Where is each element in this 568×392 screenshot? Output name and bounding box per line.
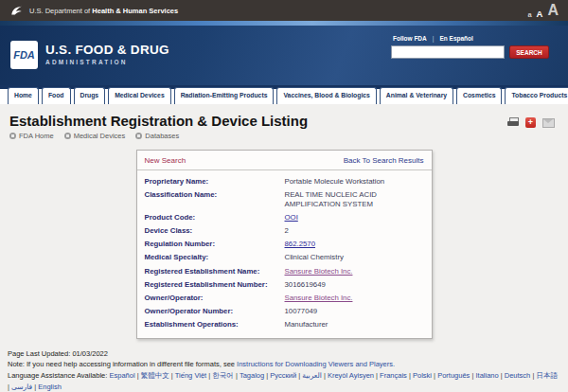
language-link[interactable]: English — [38, 383, 62, 391]
detail-row: Owner/Operator Number: 10077049 — [145, 305, 424, 318]
language-item-wrap: Deutsch | — [505, 371, 537, 380]
fda-wordmark: U.S. FOOD & DRUG ADMINISTRATION — [45, 43, 169, 65]
breadcrumb-item[interactable]: Medical Devices — [64, 132, 126, 140]
breadcrumb-label: FDA Home — [19, 132, 54, 140]
detail-row: Registered Establishment Number: 3016619… — [145, 278, 424, 292]
font-size-controls: aAA — [527, 2, 559, 19]
fda-logo[interactable]: FDA — [10, 41, 38, 69]
page-footer-notes: Page Last Updated: 01/03/2022 Note: If y… — [0, 339, 568, 392]
breadcrumb-bullet-icon — [9, 133, 16, 139]
nav-tab[interactable]: Food — [42, 87, 71, 104]
detail-label: Regulation Number: — [145, 238, 285, 251]
breadcrumb-item[interactable]: Databases — [135, 132, 179, 140]
detail-value: 10077049 — [285, 305, 424, 318]
follow-fda-link[interactable]: Follow FDA — [393, 35, 427, 42]
breadcrumb-item[interactable]: FDA Home — [9, 132, 54, 140]
language-item-wrap: Русский | — [270, 371, 302, 380]
nav-tab[interactable]: Radiation-Emitting Products — [174, 87, 275, 104]
language-link[interactable]: Tiếng Việt — [175, 371, 206, 380]
language-link[interactable]: Polski — [413, 371, 432, 380]
header-search: SEARCH — [391, 45, 555, 59]
panel-header: New Search Back To Search Results — [137, 151, 432, 170]
nav-tab[interactable]: Cosmetics — [456, 87, 502, 104]
page-action-icons: + — [507, 117, 555, 128]
detail-value[interactable]: OOI — [285, 211, 424, 224]
detail-value: 3016619649 — [285, 278, 424, 292]
hhs-top-bar: U.S. Department of Health & Human Servic… — [0, 0, 568, 21]
fda-title-line2: ADMINISTRATION — [45, 59, 169, 65]
note-text: Note: If you need help accessing informa… — [8, 360, 237, 368]
detail-row: Owner/Operator: Sansure Biotech Inc. — [145, 292, 424, 305]
language-item-wrap: Español | — [109, 371, 140, 380]
detail-row: Proprietary Name: Portable Molecule Work… — [145, 175, 424, 188]
main-content: Establishment Registration & Device List… — [0, 104, 568, 392]
language-link[interactable]: 繁體中文 — [141, 371, 169, 380]
language-item-wrap: Français | — [380, 371, 413, 380]
detail-value: Manufacturer — [285, 318, 424, 331]
detail-label: Product Code: — [145, 211, 285, 224]
language-link[interactable]: Kreyòl Ayisyen — [328, 371, 374, 380]
language-item-wrap: فارسی | — [11, 383, 38, 391]
breadcrumb-label: Medical Devices — [74, 132, 126, 140]
language-link[interactable]: 日本語 — [536, 371, 558, 380]
language-link[interactable]: العربية — [302, 371, 322, 380]
nav-tab[interactable]: Medical Devices — [108, 87, 171, 104]
language-link[interactable]: Русский — [270, 371, 296, 380]
detail-label: Registered Establishment Name: — [145, 264, 285, 277]
language-link[interactable]: Tagalog — [240, 371, 264, 380]
breadcrumb-label: Databases — [145, 132, 179, 140]
share-icon[interactable]: + — [525, 117, 536, 128]
language-link[interactable]: Deutsch — [505, 371, 531, 380]
language-item-wrap: Português | — [437, 371, 475, 380]
nav-tab[interactable]: Animal & Veterinary — [380, 87, 453, 104]
nav-tab[interactable]: Vaccines, Blood & Biologics — [276, 87, 376, 104]
nav-tab-list: HomeFoodDrugsMedical DevicesRadiation-Em… — [8, 85, 568, 104]
language-link[interactable]: Italiano — [475, 371, 498, 380]
detail-row: Medical Specialty: Clinical Chemistry — [145, 251, 424, 264]
fda-title-line1: U.S. FOOD & DRUG — [45, 43, 169, 57]
language-link[interactable]: Español — [109, 371, 134, 380]
back-to-results-link[interactable]: Back To Search Results — [344, 156, 424, 165]
nav-tab[interactable]: Tobacco Products — [505, 87, 568, 104]
search-button[interactable]: SEARCH — [509, 45, 549, 59]
hhs-branding[interactable]: U.S. Department of Health & Human Servic… — [9, 4, 178, 17]
detail-label: Establishment Operations: — [145, 318, 285, 331]
primary-nav: HomeFoodDrugsMedical DevicesRadiation-Em… — [0, 85, 568, 104]
fda-logo-text: FDA — [13, 49, 35, 61]
detail-label: Device Class: — [145, 224, 285, 238]
font-size-button[interactable]: A — [547, 2, 559, 19]
detail-label: Registered Establishment Number: — [145, 278, 285, 292]
downloading-viewers-link[interactable]: Instructions for Downloading Viewers and… — [237, 360, 395, 368]
detail-row: Regulation Number: 862.2570 — [145, 238, 424, 251]
nav-tab[interactable]: Home — [8, 87, 39, 104]
search-input[interactable] — [391, 45, 505, 59]
breadcrumb-bullet-icon — [64, 133, 71, 139]
detail-value[interactable]: 862.2570 — [285, 238, 424, 251]
detail-value: Portable Molecule Workstation — [285, 175, 424, 188]
email-icon[interactable] — [542, 118, 555, 128]
language-link[interactable]: 한국어 — [212, 371, 234, 380]
detail-value: Clinical Chemistry — [285, 251, 424, 264]
language-item-wrap: Polski | — [413, 371, 437, 380]
detail-value[interactable]: Sansure Biotech Inc. — [285, 292, 424, 305]
language-link[interactable]: Français — [380, 371, 407, 380]
detail-label: Classification Name: — [145, 188, 285, 211]
language-link[interactable]: فارسی — [11, 383, 32, 391]
nav-tab[interactable]: Drugs — [74, 87, 106, 104]
hhs-eagle-logo-icon — [9, 4, 24, 17]
detail-label: Owner/Operator Number: — [145, 305, 285, 318]
new-search-link[interactable]: New Search — [145, 156, 186, 165]
language-item-wrap: Tiếng Việt | — [175, 371, 212, 380]
language-item-wrap: English | — [38, 383, 62, 391]
font-size-button[interactable]: A — [537, 9, 543, 19]
font-size-button[interactable]: a — [527, 10, 531, 19]
language-item-wrap: Kreyòl Ayisyen | — [328, 371, 380, 380]
language-item-wrap: Italiano | — [475, 371, 504, 380]
language-link[interactable]: Português — [437, 371, 470, 380]
detail-row: Classification Name: REAL TIME NUCLEIC A… — [145, 188, 424, 211]
en-espanol-link[interactable]: En Español — [439, 35, 472, 42]
language-item-wrap: 한국어 | — [212, 371, 240, 380]
detail-value[interactable]: Sansure Biotech Inc. — [285, 264, 424, 277]
print-icon[interactable] — [507, 117, 519, 128]
language-item-wrap: 繁體中文 | — [141, 371, 175, 380]
